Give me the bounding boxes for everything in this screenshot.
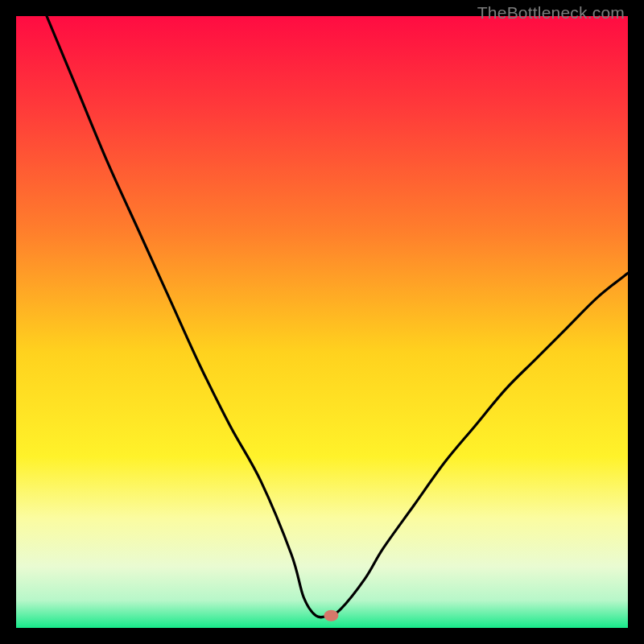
watermark-text: TheBottleneck.com (477, 3, 625, 23)
gradient-background (16, 16, 628, 628)
chart-frame: TheBottleneck.com (0, 0, 644, 644)
plot-area (16, 16, 628, 628)
optimal-point-marker (324, 610, 338, 621)
chart-svg (16, 16, 628, 628)
